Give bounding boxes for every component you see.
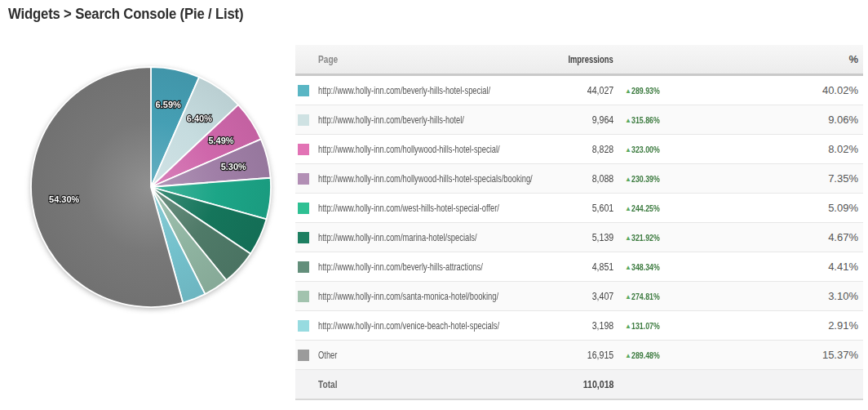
percent-value: 2.91% — [703, 319, 863, 332]
row-color-swatch — [298, 144, 309, 155]
table-row[interactable]: http://www.holly-inn.com/hollywood-hills… — [295, 135, 863, 164]
impressions-value: 8,828 — [546, 144, 613, 155]
row-color-swatch — [298, 232, 309, 243]
page-url: http://www.holly-inn.com/marina-hotel/sp… — [316, 231, 546, 243]
percent-value: 15.37% — [703, 349, 863, 361]
impressions-value: 3,407 — [546, 291, 613, 302]
change-value: ▲274.81% — [613, 290, 703, 302]
impressions-value: 44,027 — [546, 85, 613, 96]
change-value: ▲348.34% — [613, 261, 703, 273]
percent-value: 40.02% — [703, 84, 863, 96]
page-url: http://www.holly-inn.com/venice-beach-ho… — [316, 319, 546, 332]
impressions-value: 5,139 — [546, 232, 613, 243]
pie-slice-label: 5.30% — [221, 162, 246, 172]
column-header-impressions: Impressions — [546, 54, 613, 65]
change-value: ▲321.92% — [613, 231, 703, 243]
change-value: ▲289.93% — [613, 84, 703, 96]
search-console-table: Page Impressions % http://www.holly-inn.… — [295, 45, 863, 400]
change-value: ▲289.48% — [613, 349, 703, 361]
impressions-value: 4,851 — [546, 261, 613, 273]
page-url: http://www.holly-inn.com/hollywood-hills… — [316, 172, 546, 185]
percent-value: 9.06% — [703, 114, 863, 126]
percent-value: 3.10% — [703, 290, 863, 302]
percent-value: 4.41% — [703, 261, 863, 273]
row-swatch-cell — [295, 291, 316, 302]
column-header-page: Page — [316, 53, 546, 65]
total-label: Total — [316, 378, 546, 390]
page-url: http://www.holly-inn.com/west-hills-hote… — [316, 202, 546, 214]
up-arrow-icon: ▲ — [625, 146, 631, 154]
page-url: Other — [316, 349, 546, 361]
change-value: ▲131.07% — [613, 319, 703, 332]
percent-value: 8.02% — [703, 143, 863, 155]
row-swatch-cell — [295, 320, 316, 332]
up-arrow-icon: ▲ — [625, 234, 631, 242]
up-arrow-icon: ▲ — [625, 323, 631, 330]
row-swatch-cell — [295, 350, 316, 361]
up-arrow-icon: ▲ — [625, 205, 631, 212]
table-row[interactable]: http://www.holly-inn.com/santa-monica-ho… — [295, 282, 863, 311]
page-url: http://www.holly-inn.com/beverly-hills-h… — [316, 84, 546, 96]
table-row[interactable]: http://www.holly-inn.com/venice-beach-ho… — [295, 311, 863, 341]
percent-value: 7.35% — [703, 172, 863, 185]
row-swatch-cell — [295, 261, 316, 273]
pie-slice-label: 5.49% — [208, 136, 233, 145]
row-swatch-cell — [295, 85, 316, 96]
percent-value: 4.67% — [703, 231, 863, 243]
row-color-swatch — [298, 114, 309, 126]
table-header: Page Impressions % — [295, 45, 863, 76]
up-arrow-icon: ▲ — [625, 87, 631, 95]
row-swatch-cell — [295, 173, 316, 185]
page-url: http://www.holly-inn.com/santa-monica-ho… — [316, 290, 546, 302]
impressions-value: 8,088 — [546, 173, 613, 185]
page-url: http://www.holly-inn.com/beverly-hills-a… — [316, 261, 546, 273]
row-color-swatch — [298, 173, 309, 185]
table-row[interactable]: http://www.holly-inn.com/beverly-hills-a… — [295, 252, 863, 282]
page-url: http://www.holly-inn.com/hollywood-hills… — [316, 143, 546, 155]
table-row[interactable]: http://www.holly-inn.com/hollywood-hills… — [295, 164, 863, 194]
change-value: ▲230.39% — [613, 172, 703, 185]
row-color-swatch — [298, 320, 309, 332]
table-row[interactable]: http://www.holly-inn.com/beverly-hills-h… — [295, 76, 863, 105]
change-value: ▲315.86% — [613, 114, 703, 126]
table-row[interactable]: http://www.holly-inn.com/west-hills-hote… — [295, 194, 863, 223]
percent-value: 5.09% — [703, 202, 863, 214]
row-swatch-cell — [295, 144, 316, 155]
row-swatch-cell — [295, 203, 316, 214]
up-arrow-icon: ▲ — [625, 264, 631, 271]
impressions-value: 9,964 — [546, 114, 613, 126]
row-swatch-cell — [295, 114, 316, 126]
table-row[interactable]: http://www.holly-inn.com/marina-hotel/sp… — [295, 223, 863, 252]
table-row[interactable]: http://www.holly-inn.com/beverly-hills-h… — [295, 105, 863, 135]
pie-chart: 6.59%6.40%5.49%5.30%54.30% — [0, 0, 303, 376]
impressions-value: 3,198 — [546, 320, 613, 332]
total-row: Total 110,018 — [295, 370, 863, 400]
page-url: http://www.holly-inn.com/beverly-hills-h… — [316, 114, 546, 126]
table-body: http://www.holly-inn.com/beverly-hills-h… — [295, 76, 863, 370]
change-value: ▲323.00% — [613, 143, 703, 155]
impressions-value: 16,915 — [546, 350, 613, 361]
row-swatch-cell — [295, 232, 316, 243]
up-arrow-icon: ▲ — [625, 176, 631, 183]
up-arrow-icon: ▲ — [625, 352, 631, 359]
change-value: ▲244.25% — [613, 202, 703, 214]
row-color-swatch — [298, 203, 309, 214]
table-row[interactable]: Other16,915▲289.48%15.37% — [295, 341, 863, 370]
pie-slice-label: 6.40% — [187, 114, 212, 123]
row-color-swatch — [298, 350, 309, 361]
up-arrow-icon: ▲ — [625, 117, 631, 124]
pie-slice-label: 6.59% — [156, 100, 181, 109]
row-color-swatch — [298, 261, 309, 273]
column-header-percent: % — [703, 53, 863, 65]
row-color-swatch — [298, 85, 309, 96]
up-arrow-icon: ▲ — [625, 293, 631, 301]
row-color-swatch — [298, 291, 309, 302]
total-impressions: 110,018 — [546, 379, 613, 390]
impressions-value: 5,601 — [546, 203, 613, 214]
pie-slice-label: 54.30% — [49, 194, 80, 204]
